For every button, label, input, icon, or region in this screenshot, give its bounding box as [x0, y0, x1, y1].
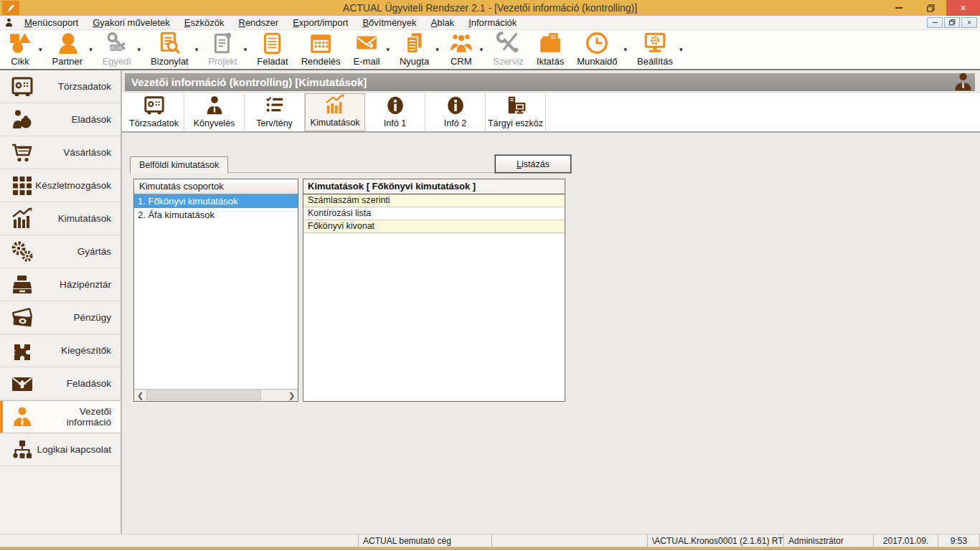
- toolbar-crm-button[interactable]: CRM: [443, 29, 480, 69]
- toolbar-partner-button[interactable]: Partner: [46, 29, 90, 69]
- sidebar-item-penzugy[interactable]: Pénzügy: [0, 301, 121, 334]
- tab-targyi-eszkoz[interactable]: Tárgyi eszköz: [486, 93, 546, 131]
- scroll-right-icon[interactable]: ❯: [286, 390, 298, 401]
- safe-icon: [10, 75, 34, 98]
- sidebar-item-vasarlasok[interactable]: Vásárlások: [0, 136, 121, 169]
- module-header-title: Vezetői információ (kontrolling) [Kimuta…: [131, 76, 367, 88]
- group-row-fokonyvi[interactable]: 1. Főkönyvi kimutatások: [134, 194, 298, 208]
- crm-dropdown-arrow[interactable]: ▾: [480, 46, 484, 53]
- email-dropdown-arrow[interactable]: ▾: [386, 46, 390, 53]
- sidebar-item-eladasok[interactable]: Eladások: [0, 103, 121, 136]
- nyugta-dropdown-arrow[interactable]: ▾: [435, 46, 439, 53]
- partner-dropdown-arrow[interactable]: ▾: [89, 46, 93, 53]
- section-tabstrip: Törzsadatok Könyvelés Terv/tény: [122, 93, 980, 133]
- toolbar-munkaido-button[interactable]: Munkaidő: [570, 29, 623, 69]
- sidebar-item-feladasok[interactable]: Feladások: [0, 367, 121, 400]
- status-database: \ACTUAL.Kronos0001 (2.1.61) RTM: [648, 534, 784, 547]
- close-button[interactable]: ×: [946, 0, 980, 16]
- menu-item-export-import[interactable]: Export/import: [286, 17, 355, 29]
- info-icon: [385, 95, 406, 116]
- status-company: ACTUAL bemutató cég: [359, 534, 492, 547]
- bizonylat-dropdown-arrow[interactable]: ▾: [195, 46, 199, 53]
- shapes-icon: [8, 31, 32, 55]
- tab-belfoldi-kimutatasok[interactable]: Belföldi kimutatások: [130, 156, 228, 173]
- toolbar-nyugta-button[interactable]: Nyugta: [393, 29, 435, 69]
- toolbar-cikk-button[interactable]: Cikk: [1, 29, 39, 69]
- group-row-afa[interactable]: 2. Áfa kimutatások: [134, 208, 298, 222]
- sidebar-item-vezetoi-informacio[interactable]: Vezetői információ: [0, 400, 121, 433]
- report-row-szamlaszam[interactable]: Számlaszám szerinti: [303, 194, 565, 207]
- svg-text:0110: 0110: [110, 45, 121, 51]
- sidebar-item-torzsadatok[interactable]: Törzsadatok: [0, 70, 121, 103]
- sidebar-item-kiegeszitok[interactable]: Kiegészítők: [0, 334, 121, 367]
- toolbar-feladat-button[interactable]: Feladat: [250, 29, 294, 69]
- report-row-fokonyvi-kivonat[interactable]: Főkönyvi kivonat: [303, 220, 565, 233]
- status-date: 2017.01.09.: [874, 534, 938, 547]
- accountant-icon: [204, 95, 225, 116]
- menu-item-menucsoport[interactable]: Menücsoport: [17, 17, 85, 29]
- status-user: Adminisztrátor: [784, 534, 874, 547]
- tab-kimutatasok[interactable]: Kimutatások: [305, 93, 365, 131]
- banknotes-icon: [10, 306, 34, 329]
- mail-send-icon: [10, 372, 34, 395]
- project-pin-icon: [211, 31, 235, 55]
- tab-terv-teny[interactable]: Terv/tény: [245, 93, 305, 131]
- munkaido-dropdown-arrow[interactable]: ▾: [624, 46, 628, 53]
- order-calendar-icon: [308, 31, 333, 55]
- reports-panel: Kimutatások [ Főkönyvi kimutatások ] Szá…: [303, 179, 565, 402]
- module-header: Vezetői információ (kontrolling) [Kimuta…: [125, 73, 975, 91]
- listazas-button[interactable]: Listázás: [495, 155, 571, 173]
- sidebar-item-keszletmozgasok[interactable]: Készletmozgások: [0, 169, 121, 202]
- beallitas-dropdown-arrow[interactable]: ▾: [679, 46, 683, 53]
- bar-chart-icon: [10, 207, 34, 230]
- menu-item-bovitmenyek[interactable]: Bővítmények: [355, 17, 423, 29]
- toolbar-iktatas-button[interactable]: Iktatás: [530, 29, 570, 69]
- mdi-restore-button[interactable]: [944, 17, 960, 28]
- sidebar-item-gyartas[interactable]: Gyártás: [0, 235, 121, 268]
- sidebar-item-logikai-kapcsolat[interactable]: Logikai kapcsolat: [0, 433, 121, 466]
- sales-person-icon: [10, 108, 34, 131]
- manager-info-icon: [10, 405, 34, 428]
- cikk-dropdown-arrow[interactable]: ▾: [39, 46, 42, 53]
- partner-head-icon: [55, 31, 80, 55]
- toolbar-egyedi-button: 0110 Egyedi: [96, 29, 138, 69]
- menu-item-rendszer[interactable]: Rendszer: [231, 17, 286, 29]
- egyedi-dropdown-arrow[interactable]: ▾: [137, 46, 141, 53]
- menu-item-ablak[interactable]: Ablak: [424, 17, 462, 29]
- toolbar-email-button[interactable]: E-mail: [347, 29, 387, 69]
- tab-info-2[interactable]: Infó 2: [425, 93, 486, 131]
- safe-icon: [143, 95, 165, 116]
- toolbar: Cikk ▾ Partner ▾ 0110 Egyedi ▾ Bizonylat…: [0, 30, 980, 70]
- cart-icon: [10, 141, 34, 164]
- email-icon: [354, 31, 379, 55]
- report-row-kontirozasi[interactable]: Kontírozási lista: [303, 207, 565, 220]
- menu-item-informaciok[interactable]: Információk: [461, 17, 524, 29]
- reports-panel-header: Kimutatások [ Főkönyvi kimutatások ]: [303, 179, 565, 194]
- toolbar-bizonylat-button[interactable]: Bizonylat: [144, 29, 195, 69]
- restore-button[interactable]: [915, 0, 946, 16]
- scroll-left-icon[interactable]: ❮: [134, 390, 146, 401]
- toolbar-szerviz-button: Szerviz: [486, 29, 530, 69]
- horizontal-scrollbar[interactable]: ❮ ❯: [134, 389, 298, 401]
- scrollbar-thumb[interactable]: [146, 390, 261, 400]
- tab-konyveles[interactable]: Könyvelés: [184, 93, 245, 131]
- menu-item-gyakori-muveletek[interactable]: Gyakori műveletek: [85, 17, 177, 29]
- sidebar-item-hazipenztar[interactable]: Házipénztár: [0, 268, 121, 301]
- tab-info-1[interactable]: Infó 1: [365, 93, 425, 131]
- inventory-grid-icon: [10, 174, 34, 197]
- window-title: ACTUAL Ügyviteli Rendszer 2.1 - [Vezetői…: [0, 2, 980, 14]
- tab-torzsadatok[interactable]: Törzsadatok: [124, 93, 184, 131]
- puzzle-icon: [10, 339, 34, 362]
- mdi-minimize-button[interactable]: [927, 17, 943, 28]
- report-groups-panel: Kimutatás csoportok 1. Főkönyvi kimutatá…: [133, 179, 298, 402]
- settings-monitor-icon: [643, 31, 667, 55]
- toolbar-beallitas-button[interactable]: Beállítás: [631, 29, 679, 69]
- hierarchy-icon: [10, 438, 34, 461]
- worktime-clock-icon: [585, 31, 609, 55]
- sidebar-item-kimutatasok[interactable]: Kimutatások: [0, 202, 121, 235]
- projekt-dropdown-arrow[interactable]: ▾: [244, 46, 248, 53]
- menu-item-eszkozok[interactable]: Eszközök: [177, 17, 232, 29]
- mdi-close-button[interactable]: ×: [961, 17, 977, 28]
- toolbar-rendeles-button[interactable]: Rendelés: [295, 29, 347, 69]
- minimize-button[interactable]: [883, 0, 915, 16]
